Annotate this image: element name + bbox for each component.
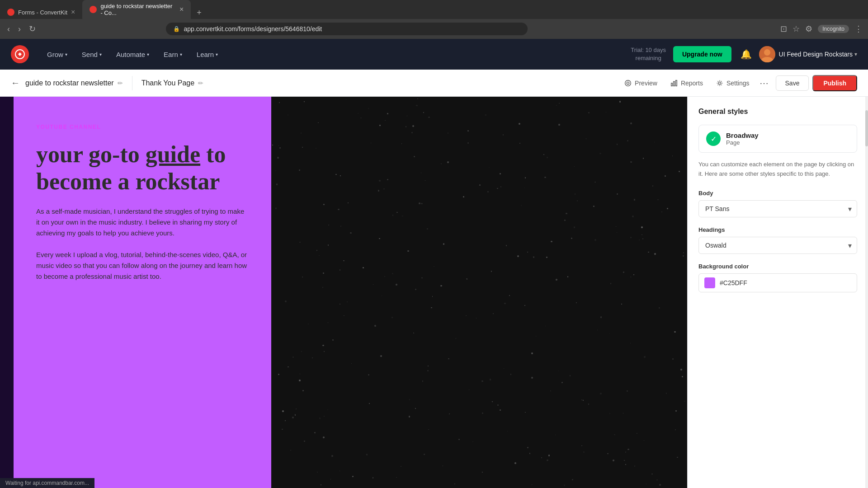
canvas[interactable]: YOUTUBE CHANNEL your go-to guide tobecom…	[0, 97, 687, 488]
body-paragraph-1: As a self-made musician, I understand th…	[36, 206, 249, 239]
upgrade-button[interactable]: Upgrade now	[673, 46, 731, 62]
nav-item-automate[interactable]: Automate ▾	[109, 47, 156, 62]
broadway-page-card[interactable]: ✓ Broadway Page	[698, 125, 857, 153]
notifications-bell-icon[interactable]: 🔔	[741, 49, 752, 60]
incognito-badge: Incognito	[818, 25, 849, 33]
body-paragraph-2: Every week I upload a vlog, tutorial, be…	[36, 249, 249, 282]
bg-color-field[interactable]: #C25DFF	[698, 273, 857, 292]
editor-toolbar: ← guide to rockstar newsletter ✏ Thank Y…	[0, 70, 868, 97]
main-headline: your go-to guide tobecome a rockstar	[36, 141, 249, 195]
svg-point-2	[764, 49, 770, 56]
lock-icon: 🔒	[173, 26, 180, 32]
menu-icon[interactable]: ⋮	[854, 24, 863, 34]
right-sidebar: General styles ✓ Broadway Page You can c…	[687, 97, 868, 488]
main-content: YOUTUBE CHANNEL your go-to guide tobecom…	[0, 97, 868, 488]
back-button[interactable]: ←	[11, 78, 20, 88]
edit-page-tab-icon[interactable]: ✏	[198, 80, 203, 87]
toolbar-divider	[132, 76, 132, 90]
tab-close-active-btn[interactable]: ×	[179, 5, 184, 14]
grow-chevron-icon: ▾	[65, 52, 67, 57]
url-bar[interactable]: 🔒 app.convertkit.com/forms/designers/564…	[166, 23, 528, 35]
settings-icon	[716, 79, 724, 87]
forward-nav-button[interactable]: ›	[16, 23, 23, 36]
body-font-select[interactable]: PT Sans Arial Georgia	[698, 200, 857, 217]
bg-color-value: #C25DFF	[720, 279, 747, 286]
settings-button[interactable]: Settings	[709, 76, 756, 90]
extensions-icon[interactable]: ⚙	[805, 24, 812, 34]
user-menu-chevron-icon[interactable]: ▾	[854, 51, 857, 57]
nav-item-learn[interactable]: Learn ▾	[189, 47, 225, 62]
tab-editor[interactable]: guide to rockstar newsletter - Co... ×	[82, 0, 191, 19]
form-title: guide to rockstar newsletter	[25, 79, 114, 87]
svg-point-5	[627, 82, 629, 84]
more-options-icon[interactable]: ⋯	[756, 76, 772, 90]
preview-button[interactable]: Preview	[618, 76, 664, 90]
nav-items: Grow ▾ Send ▾ Automate ▾ Earn ▾ Learn ▾	[40, 47, 225, 62]
logo-icon	[14, 49, 25, 60]
headings-font-label: Headings	[698, 226, 857, 233]
nav-item-send[interactable]: Send ▾	[75, 47, 109, 62]
browser-actions: ⊡ ☆ ⚙ Incognito ⋮	[780, 24, 863, 34]
broadway-check-icon: ✓	[706, 131, 721, 146]
svg-rect-8	[675, 80, 677, 86]
edit-form-title-icon[interactable]: ✏	[118, 80, 123, 87]
app-logo[interactable]	[11, 45, 29, 63]
sidebar-section-title: General styles	[698, 108, 857, 116]
right-image-panel: (function() { const container = document…	[271, 97, 687, 488]
sidebar-description: You can customize each element on the pa…	[698, 160, 857, 179]
headline-underline: guide	[146, 141, 200, 167]
scrollbar-thumb[interactable]	[865, 110, 868, 146]
dots-background: (function() { const container = document…	[271, 97, 687, 488]
headline-text-1: your go-to	[36, 141, 146, 167]
svg-rect-6	[671, 83, 673, 86]
status-text: Waiting for api.commandbar.com...	[5, 480, 89, 486]
tab-label: Forms - ConvertKit	[18, 9, 67, 16]
browser-address-bar: ‹ › ↻ 🔒 app.convertkit.com/forms/designe…	[0, 19, 868, 39]
tab-close-btn[interactable]: ×	[71, 8, 75, 16]
cast-icon[interactable]: ⊡	[780, 24, 787, 34]
preview-icon	[624, 79, 632, 87]
page-preview: YOUTUBE CHANNEL your go-to guide tobecom…	[0, 97, 687, 488]
refresh-button[interactable]: ↻	[27, 22, 38, 36]
body-font-label: Body	[698, 190, 857, 197]
url-text: app.convertkit.com/forms/designers/56468…	[184, 25, 322, 33]
label-tag: YOUTUBE CHANNEL	[36, 124, 249, 130]
avatar	[759, 46, 775, 62]
tab-favicon-active	[90, 6, 97, 13]
earn-chevron-icon: ▾	[180, 52, 182, 57]
user-avatar-img	[759, 46, 775, 62]
bookmark-icon[interactable]: ☆	[793, 24, 800, 34]
back-nav-button[interactable]: ‹	[5, 23, 12, 36]
app-nav: Grow ▾ Send ▾ Automate ▾ Earn ▾ Learn ▾ …	[0, 39, 868, 70]
headings-font-select-wrapper: Oswald Arial Georgia ▾	[698, 237, 857, 254]
user-name: UI Feed Design Rockstars	[779, 51, 853, 58]
save-button[interactable]: Save	[776, 75, 809, 91]
svg-point-9	[718, 82, 721, 84]
page-tab-label[interactable]: Thank You Page	[142, 79, 194, 87]
browser-tabs: Forms - ConvertKit × guide to rockstar n…	[0, 0, 868, 19]
reports-button[interactable]: Reports	[664, 76, 709, 90]
status-bar: Waiting for api.commandbar.com...	[0, 478, 94, 488]
publish-button[interactable]: Publish	[812, 75, 857, 91]
tab-forms[interactable]: Forms - ConvertKit ×	[0, 5, 82, 19]
tab-favicon	[7, 9, 14, 16]
svg-point-4	[625, 80, 631, 86]
dark-strip	[0, 97, 14, 488]
svg-rect-7	[674, 81, 675, 86]
headings-font-select[interactable]: Oswald Arial Georgia	[698, 237, 857, 254]
sidebar-scrollbar[interactable]	[865, 97, 868, 488]
send-chevron-icon: ▾	[99, 52, 102, 57]
browser-chrome: Forms - ConvertKit × guide to rockstar n…	[0, 0, 868, 39]
reports-icon	[670, 79, 678, 87]
broadway-info: Broadway Page	[726, 131, 759, 146]
trial-text: Trial: 10 days remaining	[631, 46, 666, 62]
tab-label-active: guide to rockstar newsletter - Co...	[100, 3, 176, 16]
nav-item-earn[interactable]: Earn ▾	[156, 47, 189, 62]
new-tab-button[interactable]: +	[193, 6, 205, 19]
bg-color-swatch[interactable]	[704, 277, 715, 288]
bg-color-label: Background color	[698, 263, 857, 270]
broadway-name: Broadway	[726, 131, 759, 139]
left-content-panel[interactable]: YOUTUBE CHANNEL your go-to guide tobecom…	[14, 97, 271, 488]
automate-chevron-icon: ▾	[147, 52, 149, 57]
nav-item-grow[interactable]: Grow ▾	[40, 47, 75, 62]
